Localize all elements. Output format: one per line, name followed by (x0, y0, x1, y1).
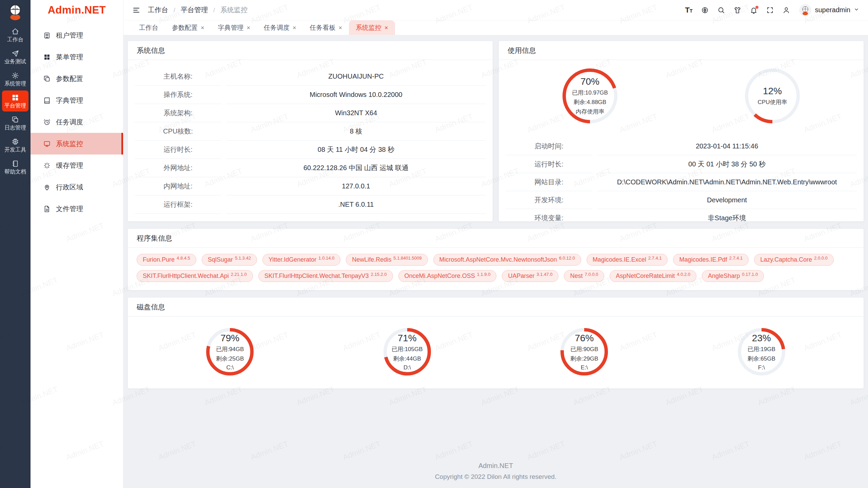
app-root: 工作台 业务测试 系统管理 平台管理 日志管理 开发工具 帮助文档 Admin.… (0, 0, 868, 488)
dictionary-icon (43, 97, 51, 104)
disk-gauges: 79% 已用:94GB 剩余:25GB C:\ 71% 已用:105GB 剩余:… (128, 317, 864, 388)
sidebar-item-param-config[interactable]: 参数配置 (31, 68, 123, 89)
tab-close-icon[interactable] (201, 25, 204, 31)
disk-gauge-f: 23% 已用:19GB 剩余:65GB F:\ (736, 326, 787, 378)
gauge-line: 已用:19GB (748, 345, 775, 353)
monitor-icon (43, 140, 51, 147)
sidebar-item-dict-mgmt[interactable]: 字典管理 (31, 89, 123, 111)
sidebar-item-system-monitor[interactable]: 系统监控 (31, 133, 123, 155)
gauge-percent: 79% (220, 333, 239, 344)
tab-close-icon[interactable] (384, 25, 388, 31)
row-label: 开发环境: (506, 191, 592, 209)
sidebar-item-file-mgmt[interactable]: 文件管理 (31, 198, 123, 220)
copy-doc-icon (43, 75, 51, 82)
package-badge: AspNetCoreRateLimit4.0.2.0 (610, 270, 696, 282)
page-content: 系统信息 主机名称:ZUOHUAIJUN-PC 操作系统:Microsoft W… (123, 35, 868, 488)
rail-item-help-docs[interactable]: 帮助文档 (2, 157, 28, 178)
tab-close-icon[interactable] (339, 25, 342, 31)
row-value: 非Stage环境 (597, 209, 857, 227)
package-badge: SqlSugar5.1.3.42 (202, 254, 257, 266)
table-row: 外网地址:60.222.128.26 中国 山西 运城 联通 (135, 159, 486, 177)
user-icon[interactable] (778, 3, 794, 17)
row-label: 环境变量: (506, 209, 592, 227)
package-name: UAParser (508, 272, 534, 280)
user-menu[interactable]: superadmin (799, 4, 859, 16)
tab-param-config[interactable]: 参数配置 (165, 20, 211, 35)
sidebar-item-label: 参数配置 (56, 74, 83, 83)
notification-badge-dot (755, 6, 758, 9)
tab-label: 工作台 (139, 23, 158, 32)
sidebar-item-task-schedule[interactable]: 任务调度 (31, 111, 123, 133)
package-name: Magicodes.IE.Pdf (679, 256, 727, 263)
gauge-line: 剩余:65GB (748, 355, 775, 363)
documents-icon (12, 116, 19, 123)
gauge-percent: 71% (398, 333, 417, 344)
sidebar-item-tenant-mgmt[interactable]: 租户管理 (31, 24, 123, 46)
gauge-percent: 70% (580, 76, 599, 87)
package-badge: Magicodes.IE.Pdf2.7.4.1 (673, 254, 749, 266)
gauge-line: 已用:94GB (216, 345, 244, 353)
rail-item-log-mgmt[interactable]: 日志管理 (2, 113, 28, 134)
rail-item-label: 开发工具 (4, 147, 26, 152)
package-name: Lazy.Captcha.Core (760, 256, 812, 263)
disk-gauge-e: 76% 已用:90GB 剩余:29GB E:\ (558, 326, 610, 378)
building-icon (43, 32, 51, 39)
sidebar-item-cache-mgmt[interactable]: 缓存管理 (31, 155, 123, 176)
rail-item-business-test[interactable]: 业务测试 (2, 46, 28, 67)
package-badge: Nest7.0.0.0 (564, 270, 604, 282)
tab-task-board[interactable]: 任务看板 (303, 20, 349, 35)
assemblies-card: 程序集信息 Furion.Pure4.8.4.5 SqlSugar5.1.3.4… (127, 228, 864, 290)
notification-bell-icon[interactable] (746, 3, 762, 17)
tab-workbench[interactable]: 工作台 (132, 20, 165, 35)
rail-item-dev-tools[interactable]: 开发工具 (2, 135, 28, 156)
language-icon[interactable] (697, 3, 713, 17)
grid-icon (12, 94, 19, 101)
package-badge: SKIT.FlurlHttpClient.Wechat.TenpayV32.15… (258, 270, 393, 282)
sidebar-item-admin-region[interactable]: 行政区域 (31, 176, 123, 198)
font-size-icon[interactable]: TT (680, 3, 697, 17)
tab-close-icon[interactable] (247, 25, 251, 31)
package-version: 3.1.47.0 (536, 272, 552, 277)
rail-item-workbench[interactable]: 工作台 (2, 24, 28, 45)
gauge-line: F:\ (758, 364, 765, 371)
package-name: Microsoft.AspNetCore.Mvc.NewtonsoftJson (439, 256, 557, 263)
tab-system-monitor[interactable]: 系统监控 (349, 20, 395, 35)
gauge-percent: 76% (575, 333, 594, 344)
package-badge: Yitter.IdGenerator1.0.14.0 (262, 254, 340, 266)
row-label: 运行时长: (506, 155, 592, 173)
system-info-table: 主机名称:ZUOHUAIJUN-PC 操作系统:Microsoft Window… (128, 60, 493, 214)
package-name: OnceMi.AspNetCore.OSS (405, 272, 475, 280)
sidebar-item-label: 字典管理 (56, 96, 83, 105)
table-row: 系统架构:Win32NT X64 (135, 104, 486, 122)
sidebar-item-label: 任务调度 (56, 118, 83, 127)
row-label: 操作系统: (135, 86, 221, 104)
package-badge: UAParser3.1.47.0 (502, 270, 558, 282)
fullscreen-icon[interactable] (762, 3, 778, 17)
breadcrumb-item[interactable]: 平台管理 (168, 5, 208, 15)
package-name: Furion.Pure (143, 256, 175, 263)
rail-item-label: 帮助文档 (4, 169, 26, 175)
package-name: SKIT.FlurlHttpClient.Wechat.Api (143, 272, 229, 280)
rail-item-platform-mgmt[interactable]: 平台管理 (2, 90, 28, 111)
row-value: 2023-01-04 11:15:46 (597, 137, 857, 155)
search-icon[interactable] (713, 3, 729, 17)
row-value: 127.0.0.1 (226, 177, 486, 196)
tab-dict-mgmt[interactable]: 字典管理 (211, 20, 257, 35)
tab-task-schedule[interactable]: 任务调度 (257, 20, 303, 35)
package-badge: OnceMi.AspNetCore.OSS1.1.9.0 (398, 270, 497, 282)
sidebar-item-menu-mgmt[interactable]: 菜单管理 (31, 46, 123, 68)
sidebar-item-label: 文件管理 (56, 204, 83, 214)
table-row: 环境变量:非Stage环境 (506, 209, 857, 227)
sidebar-item-label: 系统监控 (56, 139, 83, 148)
theme-shirt-icon[interactable] (729, 3, 746, 17)
rail-item-system-mgmt[interactable]: 系统管理 (2, 68, 28, 89)
card-title: 磁盘信息 (128, 298, 864, 317)
breadcrumb: 工作台 平台管理 系统监控 (148, 5, 248, 15)
disk-gauge-d: 71% 已用:105GB 剩余:44GB D:\ (381, 326, 433, 378)
tab-close-icon[interactable] (293, 25, 296, 31)
gauge-center-text: 71% 已用:105GB 剩余:44GB D:\ (381, 326, 433, 378)
collapse-menu-icon[interactable] (132, 6, 140, 14)
sidebar-item-label: 菜单管理 (56, 53, 83, 62)
send-icon (12, 50, 19, 57)
breadcrumb-item[interactable]: 工作台 (148, 5, 168, 15)
